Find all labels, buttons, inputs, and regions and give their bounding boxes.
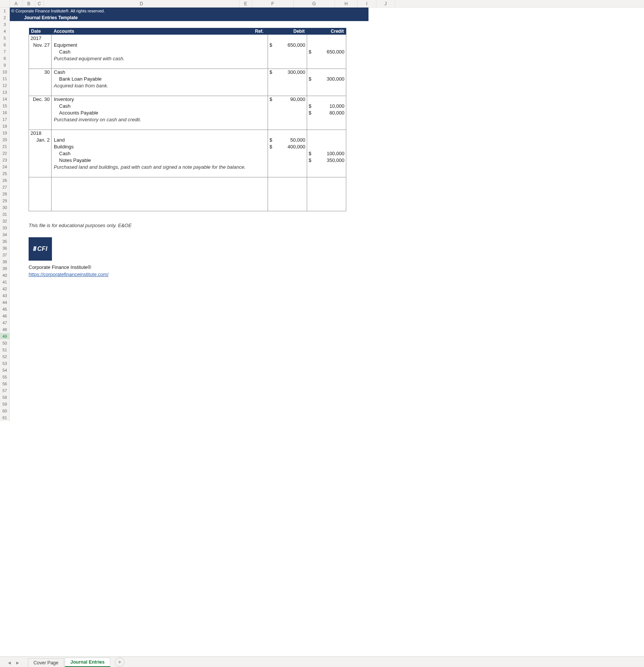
row-header-29[interactable]: 29 (0, 197, 9, 204)
row-header-35[interactable]: 35 (0, 238, 9, 245)
row-header-10[interactable]: 10 (0, 69, 9, 75)
row-header-28[interactable]: 28 (0, 191, 9, 197)
row-header-24[interactable]: 24 (0, 163, 9, 170)
row-header-61[interactable]: 61 (0, 414, 9, 421)
debit-cell: 300,000 (273, 69, 307, 75)
date-cell: Jan. 2 (29, 136, 52, 143)
row-header-4[interactable]: 4 (0, 28, 9, 35)
description-cell: Acquired loan from bank. (52, 82, 253, 89)
debit-cell: 650,000 (273, 41, 307, 48)
col-header-D[interactable]: D (44, 0, 239, 7)
row-header-57[interactable]: 57 (0, 387, 9, 394)
company-link[interactable]: https://corporatefinanceinstitute.com/ (29, 272, 108, 277)
row-header-20[interactable]: 20 (0, 136, 9, 143)
row-header-11[interactable]: 11 (0, 75, 9, 82)
currency-symbol: $ (268, 143, 273, 150)
row-header-30[interactable]: 30 (0, 204, 9, 211)
credit-cell: 350,000 (312, 157, 346, 163)
account-cell: Cash (52, 150, 253, 157)
debit-cell: 90,000 (273, 96, 307, 102)
row-header-43[interactable]: 43 (0, 292, 9, 299)
row-header-13[interactable]: 13 (0, 89, 9, 96)
col-header-I[interactable]: I (358, 0, 376, 7)
row-header-17[interactable]: 17 (0, 116, 9, 123)
row-header-45[interactable]: 45 (0, 306, 9, 313)
table-row: 2018 (29, 130, 346, 136)
row-header-60[interactable]: 60 (0, 408, 9, 414)
currency-symbol: $ (307, 157, 312, 163)
row-header-1[interactable]: 1 (0, 8, 9, 14)
table-row: Cash $ 100,000 (29, 150, 346, 157)
row-header-34[interactable]: 34 (0, 231, 9, 238)
table-row: Dec. 30 Inventory $ 90,000 (29, 96, 346, 102)
row-header-41[interactable]: 41 (0, 279, 9, 285)
col-header-A[interactable]: A (10, 0, 23, 7)
row-header-26[interactable]: 26 (0, 177, 9, 184)
row-header-23[interactable]: 23 (0, 157, 9, 163)
row-header-53[interactable]: 53 (0, 360, 9, 367)
row-header-40[interactable]: 40 (0, 272, 9, 279)
row-header-46[interactable]: 46 (0, 313, 9, 319)
col-header-C[interactable]: C (35, 0, 44, 7)
row-header-15[interactable]: 15 (0, 102, 9, 109)
col-header-F[interactable]: F (252, 0, 294, 7)
row-header-21[interactable]: 21 (0, 143, 9, 150)
row-header-51[interactable]: 51 (0, 346, 9, 353)
row-header-2[interactable]: 2 (0, 14, 9, 21)
col-header-H[interactable]: H (335, 0, 358, 7)
row-header-19[interactable]: 19 (0, 130, 9, 136)
col-header-G[interactable]: G (294, 0, 335, 7)
row-header-58[interactable]: 58 (0, 394, 9, 401)
row-header-3[interactable]: 3 (0, 21, 9, 28)
row-header-44[interactable]: 44 (0, 299, 9, 306)
account-cell: Cash (52, 69, 253, 75)
row-header-25[interactable]: 25 (0, 170, 9, 177)
row-header-7[interactable]: 7 (0, 48, 9, 55)
table-row (29, 62, 346, 69)
grid-cells[interactable]: © Corporate Finance Institute®. All righ… (10, 8, 644, 421)
row-header-54[interactable]: 54 (0, 367, 9, 374)
row-header-33[interactable]: 33 (0, 224, 9, 231)
currency-symbol: $ (307, 48, 312, 55)
credit-cell: 300,000 (312, 75, 346, 82)
row-header-59[interactable]: 59 (0, 401, 9, 408)
row-header-31[interactable]: 31 (0, 211, 9, 218)
table-row: Buildings $ 400,000 (29, 143, 346, 150)
row-header-9[interactable]: 9 (0, 62, 9, 69)
row-header-18[interactable]: 18 (0, 123, 9, 130)
date-cell: Nov. 27 (29, 41, 52, 48)
row-header-48[interactable]: 48 (0, 326, 9, 333)
row-header-16[interactable]: 16 (0, 109, 9, 116)
row-header-5[interactable]: 5 (0, 35, 9, 41)
row-header-22[interactable]: 22 (0, 150, 9, 157)
col-header-B[interactable]: B (23, 0, 35, 7)
row-header-52[interactable]: 52 (0, 353, 9, 360)
row-header-6[interactable]: 6 (0, 41, 9, 48)
row-header-49[interactable]: 49 (0, 333, 9, 340)
col-header-E[interactable]: E (239, 0, 252, 7)
row-header-32[interactable]: 32 (0, 218, 9, 224)
col-date: Date (29, 28, 52, 35)
row-header-47[interactable]: 47 (0, 319, 9, 326)
row-header-55[interactable]: 55 (0, 374, 9, 380)
currency-symbol: $ (268, 96, 273, 102)
col-header-J[interactable]: J (376, 0, 395, 7)
row-header-8[interactable]: 8 (0, 55, 9, 62)
account-cell: Cash (52, 48, 253, 55)
col-accounts: Accounts (52, 28, 253, 35)
table-row (29, 184, 346, 191)
row-header-12[interactable]: 12 (0, 82, 9, 89)
select-all-corner[interactable] (0, 0, 10, 7)
row-header-50[interactable]: 50 (0, 340, 9, 346)
row-header-38[interactable]: 38 (0, 258, 9, 265)
row-header-42[interactable]: 42 (0, 285, 9, 292)
row-header-36[interactable]: 36 (0, 245, 9, 252)
row-header-14[interactable]: 14 (0, 96, 9, 102)
currency-symbol: $ (307, 75, 312, 82)
row-header-56[interactable]: 56 (0, 380, 9, 387)
logo-text: CFI (37, 246, 47, 252)
row-header-27[interactable]: 27 (0, 184, 9, 191)
account-cell: Buildings (52, 143, 253, 150)
row-header-39[interactable]: 39 (0, 265, 9, 272)
row-header-37[interactable]: 37 (0, 252, 9, 258)
